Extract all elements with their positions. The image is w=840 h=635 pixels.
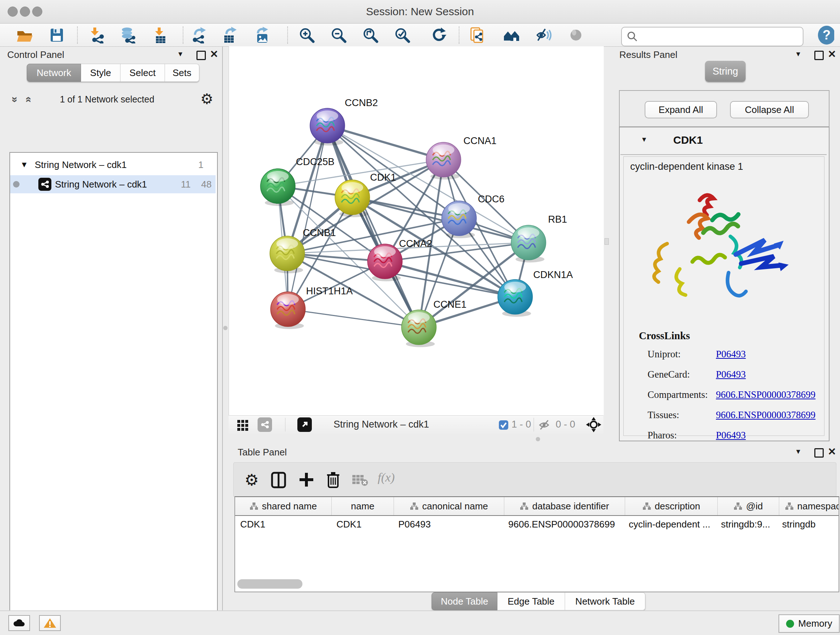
tab-network[interactable]: Network	[27, 64, 81, 82]
horizontal-splitter-handle[interactable]	[536, 437, 540, 441]
save-session-icon[interactable]	[48, 27, 65, 44]
birdseye-view-icon[interactable]	[236, 418, 250, 434]
crosslink-value-link[interactable]: P06493	[716, 430, 746, 441]
export-image-icon[interactable]	[253, 27, 271, 44]
tree-expander-icon[interactable]: ▼	[20, 160, 28, 169]
expand-all-button[interactable]: Expand All	[645, 101, 717, 119]
help-icon[interactable]: ?	[817, 27, 834, 44]
network-node-CCNE1[interactable]: CCNE1	[401, 299, 467, 347]
gene-name: CDK1	[673, 134, 703, 146]
svg-text:?: ?	[823, 27, 831, 42]
collapse-all-button[interactable]: Collapse All	[730, 101, 809, 119]
crosslink-value-link[interactable]: 9606.ENSP00000378699	[716, 389, 815, 401]
network-node-CDKN1A[interactable]: CDKN1A	[498, 269, 573, 317]
table-cell[interactable]: 9606.ENSP00000378699	[503, 516, 624, 532]
close-panel-icon[interactable]: ✕	[210, 51, 218, 58]
status-bar: Memory	[0, 610, 840, 635]
tab-sets[interactable]: Sets	[165, 64, 199, 82]
float-panel-icon[interactable]: ▾	[796, 447, 800, 456]
crosslink-value-link[interactable]: 9606.ENSP00000378699	[716, 409, 815, 421]
search-input[interactable]	[621, 27, 804, 46]
crosslink-label: Tissues:	[647, 409, 679, 421]
zoom-in-icon[interactable]	[298, 27, 316, 44]
node-label: RB1	[548, 214, 567, 225]
node-table: shared namenamecanonical namedatabase id…	[234, 496, 839, 592]
hide-graphics-details-icon[interactable]	[535, 27, 553, 44]
column-header-namespace[interactable]: namespace	[779, 497, 839, 515]
table-options-gear-icon[interactable]: ⚙	[245, 470, 259, 489]
column-header-label: canonical name	[422, 501, 488, 512]
table-cell[interactable]: stringdb:9...	[716, 516, 777, 532]
cloud-button[interactable]	[8, 615, 30, 631]
show-columns-icon[interactable]	[271, 471, 286, 490]
tab-node-table[interactable]: Node Table	[431, 592, 497, 610]
table-cell[interactable]: CDK1	[332, 516, 393, 532]
open-session-icon[interactable]	[16, 27, 33, 44]
import-table-file-icon[interactable]	[152, 27, 169, 44]
column-header-database-identifier[interactable]: database identifier	[504, 497, 625, 515]
add-column-icon[interactable]	[298, 471, 315, 489]
table-cell[interactable]: cyclin-dependent ...	[624, 516, 716, 532]
table-horizontal-scrollbar[interactable]	[237, 579, 302, 589]
show-graphics-details-icon[interactable]	[567, 27, 584, 44]
network-node-CDC25B[interactable]: CDC25B	[261, 157, 335, 206]
zoom-fit-icon[interactable]	[362, 27, 379, 44]
node-label: CCNA1	[463, 135, 497, 146]
vertical-splitter-handle[interactable]	[223, 326, 227, 330]
column-header-canonical-name[interactable]: canonical name	[394, 497, 504, 515]
tab-edge-table[interactable]: Edge Table	[497, 592, 565, 610]
maximize-panel-icon[interactable]	[196, 51, 206, 60]
network-node-RB1[interactable]: RB1	[511, 214, 567, 263]
collapse-entry-icon[interactable]: ▾	[642, 135, 646, 144]
network-node-HIST1H1A[interactable]: HIST1H1A	[271, 286, 353, 329]
crosslink-value-link[interactable]: P06493	[716, 369, 746, 380]
gear-icon[interactable]: ⚙	[201, 90, 213, 107]
tab-style[interactable]: Style	[81, 64, 120, 82]
network-node-CCNB1[interactable]: CCNB1	[270, 227, 336, 273]
network-edge[interactable]	[327, 126, 444, 160]
tab-select[interactable]: Select	[120, 64, 165, 82]
close-panel-icon[interactable]: ✕	[828, 51, 836, 58]
export-table-icon[interactable]	[221, 27, 238, 44]
zoom-selected-icon[interactable]	[393, 27, 411, 44]
table-cell[interactable]: CDK1	[235, 516, 332, 532]
gene-header-row[interactable]: ▾ CDK1	[621, 128, 827, 155]
fit-selected-crosshair-icon[interactable]	[586, 417, 601, 434]
open-view-in-window-icon[interactable]	[297, 417, 312, 432]
open-in-browser-icon[interactable]	[469, 27, 486, 44]
table-cell[interactable]: P06493	[393, 516, 503, 532]
column-header-description[interactable]: description	[625, 497, 718, 515]
toolbar-separator	[183, 27, 183, 44]
export-network-icon[interactable]	[190, 27, 208, 44]
crosslink-value-link[interactable]: P06493	[716, 348, 746, 360]
warnings-button[interactable]	[39, 615, 61, 631]
network-edge[interactable]	[288, 309, 419, 327]
close-panel-icon[interactable]: ✕	[828, 448, 836, 455]
string-view-icon[interactable]	[257, 417, 272, 432]
table-cell[interactable]: stringdb	[777, 516, 839, 532]
maximize-panel-icon[interactable]	[814, 51, 824, 60]
memory-button[interactable]: Memory	[778, 614, 840, 633]
network-canvas[interactable]: CCNB2CCNA1CDC25BCDK1CDC6RB1CCNB1CCNA2CDK…	[229, 46, 604, 415]
zoom-out-icon[interactable]	[330, 27, 347, 44]
selected-nodes-checkbox[interactable]	[499, 420, 508, 432]
column-header-name[interactable]: name	[332, 497, 394, 515]
table-row[interactable]: CDK1CDK1P064939606.ENSP00000378699cyclin…	[235, 516, 838, 532]
results-button-box: Expand All Collapse All	[619, 90, 829, 127]
import-network-database-icon[interactable]	[119, 27, 137, 44]
string-home-icon[interactable]	[503, 27, 520, 44]
import-network-file-icon[interactable]	[89, 27, 106, 44]
refresh-icon[interactable]	[430, 27, 447, 44]
float-panel-icon[interactable]: ▾	[796, 49, 800, 59]
column-header-@id[interactable]: @id	[718, 497, 779, 515]
tab-network-table[interactable]: Network Table	[565, 592, 645, 610]
float-panel-icon[interactable]: ▾	[178, 49, 182, 59]
maximize-panel-icon[interactable]	[814, 448, 824, 458]
column-header-shared-name[interactable]: shared name	[235, 497, 332, 515]
delete-column-icon[interactable]	[325, 470, 341, 490]
network-row[interactable]: String Network – cdk1 11 48	[10, 175, 216, 193]
network-node-CCNA1[interactable]: CCNA1	[426, 135, 497, 180]
tab-string[interactable]: String	[705, 61, 745, 82]
network-collection-row[interactable]: ▼ String Network – cdk1 1	[10, 157, 216, 174]
canvas-splitter-handle[interactable]	[605, 238, 609, 245]
